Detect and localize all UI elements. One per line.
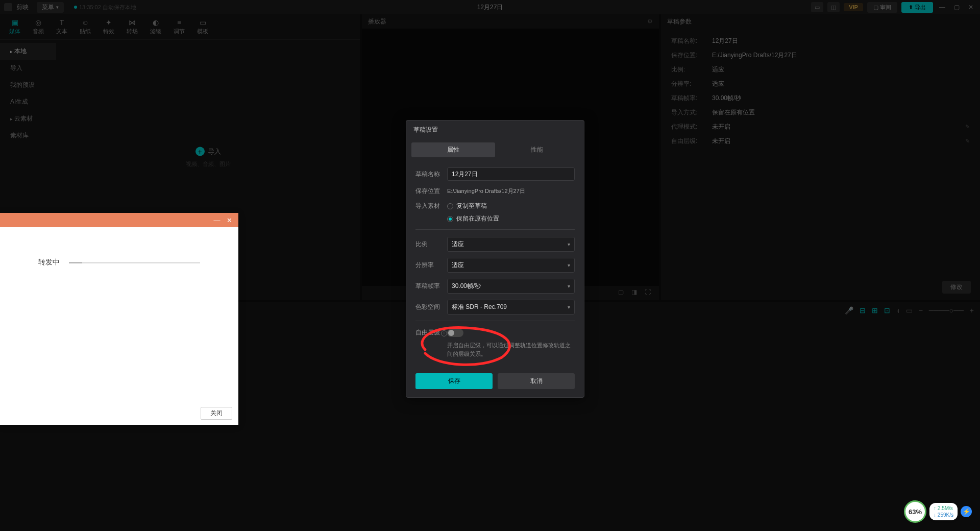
forward-text: 转发中 xyxy=(38,258,60,267)
select-colorspace[interactable]: 标准 SDR - Rec.709 xyxy=(447,300,575,315)
popup-minimize-icon[interactable]: — xyxy=(211,216,223,224)
network-widget[interactable]: 63% ↑ 2.5M/s ↓ 259K/s ⚡ xyxy=(904,500,972,523)
net-accel-icon[interactable]: ⚡ xyxy=(961,506,972,517)
select-ratio[interactable]: 适应 xyxy=(447,237,575,252)
layer-description: 开启自由层级，可以通过调整轨道位置修改轨道之间的层级关系。 xyxy=(415,341,575,358)
label-ratio: 比例 xyxy=(415,240,447,249)
popup-titlebar[interactable]: — ✕ xyxy=(0,213,238,227)
label-res: 分辨率 xyxy=(415,261,447,270)
label-layer: 自由层级i xyxy=(415,328,447,337)
label-fps: 草稿帧率 xyxy=(415,282,447,291)
radio-copy[interactable]: 复制至草稿 xyxy=(447,202,499,210)
label-import: 导入素材 xyxy=(415,202,447,210)
info-icon[interactable]: i xyxy=(441,330,447,336)
net-speed: ↑ 2.5M/s ↓ 259K/s xyxy=(929,503,958,520)
cancel-button[interactable]: 取消 xyxy=(498,373,575,389)
forward-popup: — ✕ 转发中 关闭 xyxy=(0,213,238,425)
modal-tab-perf[interactable]: 性能 xyxy=(495,142,579,157)
select-fps[interactable]: 30.00帧/秒 xyxy=(447,279,575,294)
radio-keep[interactable]: 保留在原有位置 xyxy=(447,214,499,223)
forward-progress xyxy=(69,262,200,263)
net-percent[interactable]: 63% xyxy=(904,500,926,523)
save-path: E:/JianyingPro Drafts/12月27日 xyxy=(447,187,525,195)
modal-title: 草稿设置 xyxy=(406,120,584,139)
popup-close-button[interactable]: 关闭 xyxy=(201,407,232,420)
label-color: 色彩空间 xyxy=(415,303,447,311)
input-draft-name[interactable] xyxy=(447,167,575,181)
divider xyxy=(415,229,575,230)
modal-tab-props[interactable]: 属性 xyxy=(411,142,495,157)
toggle-free-layer[interactable] xyxy=(447,329,463,337)
label-name: 草稿名称 xyxy=(415,170,447,179)
select-resolution[interactable]: 适应 xyxy=(447,258,575,273)
draft-settings-modal: 草稿设置 属性 性能 草稿名称 保存位置 E:/JianyingPro Draf… xyxy=(406,120,584,398)
popup-close-icon[interactable]: ✕ xyxy=(223,216,235,224)
divider xyxy=(415,321,575,321)
save-button[interactable]: 保存 xyxy=(415,373,493,389)
label-save: 保存位置 xyxy=(415,187,447,196)
